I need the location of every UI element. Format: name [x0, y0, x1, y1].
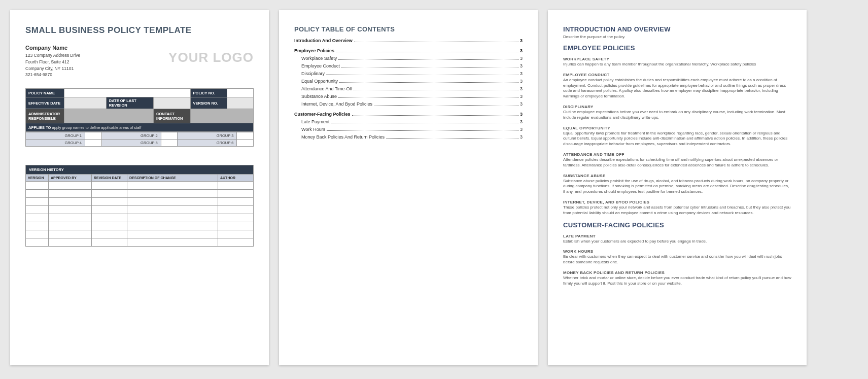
value-policy-name[interactable]: [64, 89, 190, 97]
toc-entry: Equal Opportunity3: [294, 79, 523, 84]
table-row[interactable]: [26, 182, 254, 190]
toc-label: Attendance And Time-Off: [301, 86, 352, 91]
toc-page-number: 3: [520, 94, 523, 99]
section-heading: EMPLOYEE POLICIES: [563, 44, 791, 52]
toc-dots: [338, 97, 518, 98]
value-date-last-revision[interactable]: [154, 97, 191, 109]
subsection-body: An employee conduct policy establishes t…: [563, 78, 791, 99]
toc-label: Disciplinary: [301, 71, 325, 76]
subsection-heading: ATTENDANCE AND TIME-OFF: [563, 152, 791, 157]
toc-dots: [336, 52, 518, 52]
group-cell[interactable]: GROUP 4: [26, 140, 85, 147]
toc-label: Substance Abuse: [301, 94, 337, 99]
toc-dots: [341, 67, 518, 67]
section-description: Describe the purpose of the policy.: [563, 35, 791, 39]
col-version: VERSION: [26, 175, 49, 182]
toc-entry: Workplace Safety3: [294, 56, 523, 61]
toc-label: Late Payment: [301, 119, 330, 124]
col-revision-date: REVISION DATE: [92, 175, 127, 182]
toc-page-number: 3: [520, 101, 523, 107]
toc-entry: Disciplinary3: [294, 71, 523, 76]
subsection-body: Be clear with customers when they can ex…: [563, 254, 791, 265]
table-row[interactable]: [26, 214, 254, 222]
section-heading: INTRODUCTION AND OVERVIEW: [563, 25, 791, 33]
sections-container: INTRODUCTION AND OVERVIEWDescribe the pu…: [563, 25, 791, 287]
group-blank[interactable]: [237, 140, 254, 147]
subsection-heading: EQUAL OPPORTUNITY: [563, 126, 791, 130]
page-cover: SMALL BUSINESS POLICY TEMPLATE Company N…: [10, 10, 269, 365]
group-cell[interactable]: GROUP 5: [101, 140, 161, 147]
value-effective-date[interactable]: [64, 97, 106, 109]
address-line-1: 123 Company Address Drive: [25, 52, 80, 59]
document-title: SMALL BUSINESS POLICY TEMPLATE: [25, 25, 254, 36]
toc-label: Equal Opportunity: [301, 79, 338, 84]
toc-entry: Money Back Policies And Return Policies3: [294, 134, 523, 140]
subsection-heading: MONEY BACK POLICIES AND RETURN POLICIES: [563, 270, 791, 275]
value-policy-no[interactable]: [227, 89, 254, 97]
applies-to-desc: apply group names to define applicable a…: [52, 125, 142, 130]
table-row[interactable]: [26, 206, 254, 214]
value-contact-info[interactable]: [190, 109, 253, 123]
group-blank[interactable]: [85, 140, 102, 147]
subsection-heading: WORKPLACE SAFETY: [563, 57, 791, 61]
toc-label: Introduction And Overview: [294, 38, 353, 43]
toc-page-number: 3: [520, 48, 523, 53]
label-policy-no: POLICY NO.: [190, 89, 227, 97]
label-policy-name: POLICY NAME: [26, 89, 64, 97]
section-heading: CUSTOMER-FACING POLICIES: [563, 221, 791, 229]
toc-entry: Substance Abuse3: [294, 94, 523, 99]
logo-placeholder: YOUR LOGO: [168, 50, 254, 65]
group-blank[interactable]: [161, 140, 178, 147]
subsection-body: These policies protect not only your net…: [563, 205, 791, 216]
table-row[interactable]: [26, 230, 254, 238]
toc-label: Customer-Facing Policies: [294, 112, 351, 117]
toc-dots: [338, 59, 518, 60]
toc-entry: Late Payment3: [294, 119, 523, 124]
policy-info-table: POLICY NAME POLICY NO. EFFECTIVE DATE DA…: [25, 88, 254, 132]
subsection-body: Attendance policies describe expectation…: [563, 157, 791, 168]
label-date-last-revision: DATE OF LAST REVISION: [106, 97, 153, 109]
col-description: DESCRIPTION OF CHANGE: [127, 175, 218, 182]
subsection-heading: WORK HOURS: [563, 249, 791, 254]
subsection-body: Establish when your customers are expect…: [563, 239, 791, 245]
version-history: VERSION HISTORY VERSION APPROVED BY REVI…: [25, 165, 254, 247]
toc-dots: [339, 82, 518, 83]
group-blank[interactable]: [85, 132, 102, 140]
value-version-no[interactable]: [227, 97, 254, 109]
group-cell[interactable]: GROUP 2: [101, 132, 161, 140]
toc-entry: Employee Conduct3: [294, 63, 523, 68]
toc-page-number: 3: [520, 112, 523, 117]
group-blank[interactable]: [161, 132, 178, 140]
group-cell[interactable]: GROUP 1: [26, 132, 85, 140]
subsection-heading: SUBSTANCE ABUSE: [563, 174, 791, 178]
toc-dots: [354, 90, 518, 90]
label-applies-to: APPLIES TO: [28, 125, 51, 130]
version-history-table: VERSION APPROVED BY REVISION DATE DESCRI…: [25, 174, 254, 247]
group-cell[interactable]: GROUP 6: [178, 140, 237, 147]
company-name: Company Name: [25, 45, 80, 51]
group-blank[interactable]: [237, 132, 254, 140]
toc-page-number: 3: [520, 71, 523, 76]
address-line-3: Company City, NY 11101: [25, 65, 80, 72]
toc-entry: Customer-Facing Policies3: [294, 112, 523, 117]
phone: 321-654-9870: [25, 72, 80, 78]
toc-label: Money Back Policies And Return Policies: [301, 134, 385, 140]
toc-label: Internet, Device, And Byod Policies: [301, 101, 372, 107]
table-row[interactable]: [26, 198, 254, 206]
table-row[interactable]: [26, 222, 254, 230]
toc-entry: Attendance And Time-Off3: [294, 86, 523, 91]
page-toc: POLICY TABLE OF CONTENTS Introduction An…: [279, 10, 538, 365]
toc-dots: [374, 105, 518, 106]
toc-page-number: 3: [520, 86, 523, 91]
value-admin-responsible[interactable]: [64, 109, 153, 123]
table-row[interactable]: [26, 190, 254, 198]
groups-table: GROUP 1 GROUP 2 GROUP 3 GROUP 4 GROUP 5 …: [25, 132, 254, 147]
toc-entry: Internet, Device, And Byod Policies3: [294, 101, 523, 107]
address-line-2: Fourth Floor, Suite 412: [25, 59, 80, 65]
toc-dots: [326, 75, 518, 75]
subsection-heading: EMPLOYEE CONDUCT: [563, 73, 791, 77]
col-approved-by: APPROVED BY: [49, 175, 92, 182]
table-row[interactable]: [26, 238, 254, 247]
label-admin-responsible: ADMINISTRATOR RESPONSIBLE: [26, 109, 64, 123]
group-cell[interactable]: GROUP 3: [178, 132, 237, 140]
